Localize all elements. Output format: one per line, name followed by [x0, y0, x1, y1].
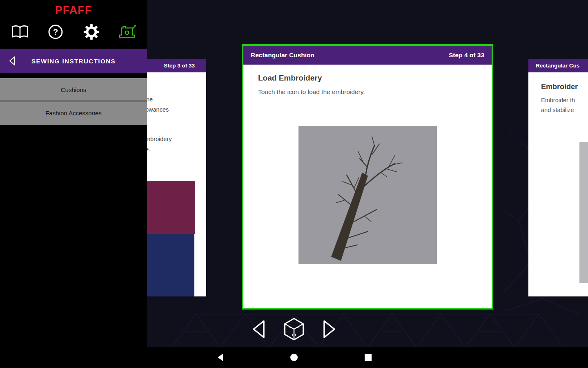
sewing-machine-icon [118, 23, 136, 41]
android-recents-button[interactable] [360, 347, 376, 368]
android-home-button[interactable] [286, 347, 302, 368]
android-back-button[interactable] [212, 347, 229, 368]
book-icon [11, 24, 29, 40]
svg-text:?: ? [53, 27, 58, 36]
current-step-label: Step 4 of 33 [449, 52, 484, 59]
step-image-partial [579, 142, 588, 283]
gear-icon [83, 23, 100, 40]
current-step-card: Rectangular Cushion Step 4 of 33 Load Em… [242, 44, 493, 310]
current-step-header: Rectangular Cushion Step 4 of 33 [243, 46, 492, 65]
step-instruction: Touch the icon to load the embroidery. [258, 88, 365, 96]
settings-button[interactable] [82, 22, 101, 41]
next-arrow-icon [321, 319, 338, 340]
project-title: Rectangular Cushion [251, 52, 314, 59]
menu-item-fashion-accessories[interactable]: Fashion Accessories [0, 101, 147, 125]
help-icon: ? [47, 24, 64, 40]
text-fragment: mbroidery [145, 136, 172, 142]
previous-step-button[interactable] [250, 319, 267, 340]
sewing-instructions-header[interactable]: SEWING INSTRUCTIONS [0, 49, 147, 73]
branch-illustration [298, 126, 437, 264]
project-title-truncated: Rectangular Cus [536, 63, 579, 69]
android-recents-icon [365, 354, 372, 361]
previous-arrow-icon [250, 319, 267, 340]
next-step-header: Rectangular Cus [528, 59, 588, 72]
3d-view-button[interactable] [282, 317, 306, 341]
current-step-body: Load Embroidery Touch the icon to load t… [243, 65, 492, 308]
manual-button[interactable] [11, 22, 29, 41]
sidebar: PFAFF ? [0, 0, 147, 347]
cushion-image-partial-bottom [142, 234, 194, 296]
sewing-machine-button[interactable] [118, 22, 136, 41]
step-heading: Embroider [541, 83, 578, 91]
category-menu: Cushions Fashion Accessories [0, 78, 147, 125]
previous-step-label: Step 3 of 33 [164, 63, 195, 69]
pfaff-logo: PFAFF [0, 4, 147, 17]
text-fragment: ne [146, 96, 153, 103]
android-navbar [0, 347, 588, 368]
menu-item-cushions[interactable]: Cushions [0, 78, 147, 101]
text-fragment: owances [145, 106, 169, 113]
step-instruction-line: Embroider th [541, 97, 575, 103]
cube-icon [282, 317, 306, 341]
step-navigation [250, 317, 338, 341]
embroidery-design-image[interactable] [298, 126, 437, 264]
next-step-card[interactable]: Rectangular Cus Embroider Embroider th a… [528, 59, 588, 296]
android-back-icon [216, 353, 225, 361]
android-home-icon [290, 354, 298, 361]
help-button[interactable]: ? [46, 22, 65, 41]
next-step-body: Embroider Embroider th and stabilize [528, 72, 588, 296]
step-heading: Load Embroidery [258, 74, 322, 83]
sidebar-icon-row: ? [0, 22, 147, 41]
next-step-button[interactable] [321, 319, 338, 340]
cushion-image-partial [142, 181, 195, 234]
back-arrow-icon[interactable] [8, 56, 16, 66]
page-title: SEWING INSTRUCTIONS [31, 58, 116, 65]
step-instruction-line: and stabilize [541, 107, 574, 113]
